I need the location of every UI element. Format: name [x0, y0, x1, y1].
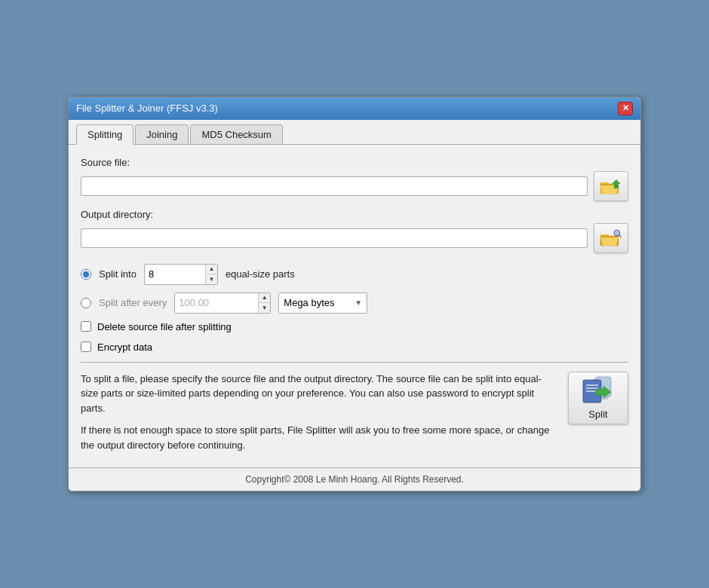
split-button-label: Split [588, 409, 607, 420]
split-into-suffix: equal-size parts [226, 268, 295, 280]
output-dir-label: Output directory: [81, 209, 628, 220]
split-options: Split into ▲ ▼ equal-size parts Split af… [81, 264, 628, 314]
splitting-panel: Source file: Output dire [69, 145, 640, 468]
split-into-spin-up[interactable]: ▲ [206, 265, 217, 274]
footer: Copyright© 2008 Le Minh Hoang. All Right… [69, 467, 640, 491]
svg-point-11 [615, 231, 618, 234]
encrypt-label: Encrypt data [97, 341, 152, 353]
tab-bar: Splitting Joining MD5 Checksum [69, 120, 640, 145]
source-file-row: Source file: [81, 157, 628, 201]
output-dir-input-row [81, 223, 628, 253]
unit-select[interactable]: Bytes Kilo bytes Mega bytes Giga bytes [279, 293, 354, 313]
delete-source-label: Delete source file after splitting [97, 321, 232, 332]
split-into-radio[interactable] [81, 269, 91, 280]
split-into-input[interactable] [145, 265, 205, 284]
info-split-area: To split a file, please specify the sour… [81, 372, 628, 461]
split-after-input[interactable] [175, 293, 258, 313]
svg-rect-9 [600, 236, 618, 237]
split-after-input-wrap: ▲ ▼ [174, 292, 271, 314]
source-file-input[interactable] [81, 176, 588, 196]
window-title: File Splitter & Joiner (FFSJ v3.3) [76, 103, 218, 114]
folder-search-icon [600, 229, 622, 247]
source-file-input-row [81, 171, 628, 201]
delete-source-checkbox[interactable] [81, 321, 91, 332]
split-into-input-wrap: ▲ ▼ [144, 264, 218, 285]
split-after-spinner: ▲ ▼ [258, 293, 270, 313]
output-dir-browse-button[interactable] [594, 223, 628, 253]
split-after-row: Split after every ▲ ▼ Bytes Kilo bytes M… [81, 292, 628, 314]
unit-select-wrap: Bytes Kilo bytes Mega bytes Giga bytes ▼ [278, 292, 367, 314]
source-file-browse-button[interactable] [594, 171, 628, 201]
footer-text: Copyright© 2008 Le Minh Hoang. All Right… [245, 474, 464, 485]
output-dir-row: Output directory: [81, 209, 628, 253]
split-button-wrap: Split [568, 372, 628, 424]
encrypt-checkbox[interactable] [81, 341, 91, 352]
output-dir-input[interactable] [81, 228, 588, 248]
info-text: To split a file, please specify the sour… [81, 372, 556, 461]
split-icon [579, 375, 617, 406]
title-bar: File Splitter & Joiner (FFSJ v3.3) ✕ [69, 97, 640, 120]
encrypt-row: Encrypt data [81, 341, 628, 353]
close-button[interactable]: ✕ [618, 102, 633, 115]
dropdown-arrow-icon: ▼ [354, 299, 367, 307]
svg-line-12 [619, 234, 622, 237]
split-after-spin-up[interactable]: ▲ [259, 293, 270, 303]
source-file-label: Source file: [81, 157, 628, 168]
split-into-row: Split into ▲ ▼ equal-size parts [81, 264, 628, 285]
split-into-label: Split into [99, 268, 137, 280]
info-paragraph-1: To split a file, please specify the sour… [81, 372, 556, 416]
divider [81, 362, 628, 363]
main-window: File Splitter & Joiner (FFSJ v3.3) ✕ Spl… [68, 96, 641, 492]
folder-open-icon [600, 177, 622, 195]
info-paragraph-2: If there is not enough space to store sp… [81, 423, 556, 452]
tab-joining[interactable]: Joining [135, 124, 189, 144]
delete-source-row: Delete source file after splitting [81, 321, 628, 332]
split-after-label: Split after every [99, 297, 167, 308]
split-into-spin-down[interactable]: ▼ [206, 274, 217, 284]
split-after-spin-down[interactable]: ▼ [259, 303, 270, 313]
split-button[interactable]: Split [568, 372, 628, 424]
tab-md5[interactable]: MD5 Checksum [190, 124, 282, 144]
svg-marker-8 [600, 237, 618, 246]
tab-splitting[interactable]: Splitting [76, 124, 134, 145]
split-into-spinner: ▲ ▼ [205, 265, 217, 284]
split-after-radio[interactable] [81, 298, 91, 308]
